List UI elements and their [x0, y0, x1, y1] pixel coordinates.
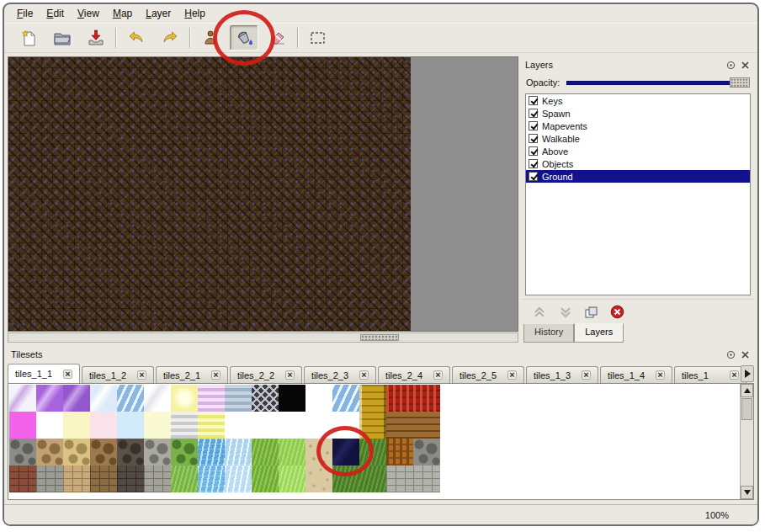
- opacity-handle[interactable]: [730, 77, 750, 88]
- palette-tile-r1c1[interactable]: [9, 385, 36, 412]
- palette-tile-r2c8[interactable]: [198, 412, 225, 439]
- menu-map[interactable]: Map: [107, 6, 138, 21]
- palette-tile-r1c6[interactable]: [144, 385, 171, 412]
- palette-tile-r1c13[interactable]: [332, 385, 359, 412]
- palette-tile-r2c11[interactable]: [279, 412, 305, 439]
- scrollbar-thumb[interactable]: [741, 398, 752, 420]
- palette-tile-r1c10[interactable]: [252, 385, 279, 412]
- layer-visibility-checkbox[interactable]: [529, 146, 538, 156]
- palette-tile-r3c15[interactable]: [386, 439, 413, 466]
- layer-row-objects[interactable]: Objects: [526, 157, 750, 170]
- palette-tile-r4c6[interactable]: [144, 466, 171, 492]
- palette-tile-r4c3[interactable]: [63, 466, 90, 492]
- palette-tile-r1c2[interactable]: [36, 385, 63, 412]
- palette-tile-r3c16[interactable]: [413, 439, 440, 466]
- palette-tile-r1c16[interactable]: [413, 385, 440, 412]
- palette-tile-r2c12[interactable]: [305, 412, 332, 439]
- palette-tile-r4c1[interactable]: [9, 466, 36, 492]
- tab-close-icon[interactable]: ×: [211, 370, 220, 380]
- palette-tile-r3c14[interactable]: [359, 439, 386, 466]
- save-file-button[interactable]: [82, 25, 110, 51]
- tab-close-icon[interactable]: ×: [63, 370, 72, 379]
- palette-tile-r4c13[interactable]: [332, 466, 359, 492]
- layer-row-spawn[interactable]: Spawn: [526, 107, 750, 120]
- menu-view[interactable]: View: [72, 6, 105, 21]
- palette-tile-r2c1[interactable]: [9, 412, 36, 439]
- stamp-tool-button[interactable]: [196, 25, 225, 51]
- palette-tile-r4c5[interactable]: [117, 466, 144, 492]
- tileset-tab-tiles_1[interactable]: tiles_1×: [674, 366, 746, 383]
- layer-row-mapevents[interactable]: Mapevents: [526, 120, 750, 132]
- palette-tile-r1c5[interactable]: [117, 385, 144, 412]
- palette-tile-r4c10[interactable]: [252, 466, 279, 492]
- menu-layer[interactable]: Layer: [140, 6, 177, 21]
- opacity-slider[interactable]: [566, 77, 750, 88]
- palette-tile-r4c2[interactable]: [36, 466, 63, 492]
- palette-tile-r2c4[interactable]: [90, 412, 117, 439]
- lower-layer-button[interactable]: [558, 306, 573, 319]
- new-file-button[interactable]: [14, 25, 43, 51]
- palette-tile-r2c10[interactable]: [252, 412, 279, 439]
- layer-row-ground[interactable]: Ground: [526, 170, 750, 183]
- tilesets-float-button[interactable]: [725, 348, 736, 360]
- palette-tile-r3c5[interactable]: [117, 439, 144, 466]
- palette-tile-r3c10[interactable]: [252, 439, 279, 466]
- layer-visibility-checkbox[interactable]: [529, 159, 538, 168]
- tab-layers[interactable]: Layers: [574, 323, 624, 343]
- palette-tile-r3c13[interactable]: [332, 439, 359, 466]
- layer-row-walkable[interactable]: Walkable: [526, 132, 750, 145]
- palette-tile-r4c14[interactable]: [359, 466, 386, 492]
- palette-tile-r1c14[interactable]: [359, 385, 386, 412]
- map-tiles[interactable]: [8, 57, 411, 331]
- palette-tile-r3c7[interactable]: [171, 439, 198, 466]
- raise-layer-button[interactable]: [532, 306, 547, 319]
- tilesets-close-button[interactable]: [739, 348, 751, 360]
- scrollbar-track[interactable]: [741, 421, 753, 486]
- tab-close-icon[interactable]: ×: [582, 370, 591, 380]
- palette-tile-r2c13[interactable]: [332, 412, 359, 439]
- palette-tile-r1c12[interactable]: [305, 385, 332, 412]
- palette-tile-r3c8[interactable]: [198, 439, 225, 466]
- palette-tile-r4c8[interactable]: [198, 466, 225, 492]
- palette-tile-r2c3[interactable]: [63, 412, 90, 439]
- tileset-tab-tiles_2_1[interactable]: tiles_2_1×: [156, 366, 228, 383]
- palette-tile-r3c9[interactable]: [225, 439, 252, 466]
- tileset-tab-tiles_2_4[interactable]: tiles_2_4×: [378, 366, 450, 383]
- palette-tile-r4c4[interactable]: [90, 466, 117, 492]
- tileset-tab-tiles_1_2[interactable]: tiles_1_2×: [82, 366, 154, 383]
- palette-tile-r2c16[interactable]: [413, 412, 440, 439]
- tileset-tab-tiles_1_3[interactable]: tiles_1_3×: [526, 366, 598, 383]
- menu-help[interactable]: Help: [178, 6, 211, 21]
- palette-tile-r3c6[interactable]: [144, 439, 171, 466]
- palette-tile-r3c2[interactable]: [36, 439, 63, 466]
- delete-layer-button[interactable]: [610, 305, 624, 319]
- tab-close-icon[interactable]: ×: [507, 370, 517, 380]
- tab-close-icon[interactable]: ×: [285, 370, 295, 380]
- eraser-tool-button[interactable]: [263, 25, 292, 51]
- palette-tile-r4c16[interactable]: [413, 466, 440, 492]
- duplicate-layer-button[interactable]: [584, 306, 599, 319]
- tab-history[interactable]: History: [523, 324, 574, 343]
- palette-tile-r1c4[interactable]: [90, 385, 117, 412]
- layer-visibility-checkbox[interactable]: [529, 96, 538, 105]
- palette-tile-r1c11[interactable]: [279, 385, 305, 412]
- layer-visibility-checkbox[interactable]: [529, 121, 538, 130]
- rect-select-tool-button[interactable]: [304, 25, 332, 51]
- tileset-tab-tiles_1_4[interactable]: tiles_1_4×: [600, 366, 672, 383]
- tileset-tab-tiles_2_5[interactable]: tiles_2_5×: [452, 366, 524, 383]
- tab-scroll-right-button[interactable]: [741, 365, 754, 382]
- palette-tile-r1c9[interactable]: [225, 385, 252, 412]
- tab-close-icon[interactable]: ×: [730, 370, 739, 380]
- tab-close-icon[interactable]: ×: [433, 370, 443, 380]
- scroll-down-button[interactable]: [741, 486, 753, 499]
- palette-tile-r2c15[interactable]: [386, 412, 413, 439]
- open-file-button[interactable]: [48, 25, 77, 51]
- tab-close-icon[interactable]: ×: [656, 370, 665, 380]
- palette-tile-r2c2[interactable]: [36, 412, 63, 439]
- palette-tile-r3c11[interactable]: [279, 439, 305, 466]
- palette-tile-r3c12[interactable]: [305, 439, 332, 466]
- menu-file[interactable]: File: [11, 6, 39, 21]
- menu-edit[interactable]: Edit: [40, 6, 70, 21]
- palette-tile-r2c6[interactable]: [144, 412, 171, 439]
- palette-tile-r2c7[interactable]: [171, 412, 198, 439]
